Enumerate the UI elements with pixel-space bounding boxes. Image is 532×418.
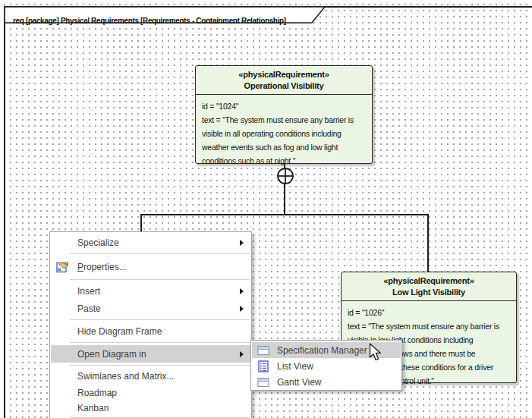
properties-icon: [56, 260, 69, 273]
menu-item-label: Kanban: [51, 403, 109, 413]
stereotype-label: «physicalRequirement»: [343, 275, 515, 287]
submenu-arrow-icon: [240, 351, 244, 357]
menu-separator: [70, 342, 250, 343]
requirement-body-line: id = "1026": [348, 306, 516, 319]
context-menu: Specialize Properties...InsertPasteHide …: [49, 231, 252, 418]
menu-item-swimlanes-and-matrix[interactable]: Swimlanes and Matrix...: [51, 368, 250, 385]
menu-item-label: Swimlanes and Matrix...: [51, 371, 174, 382]
menu-item-gantt-view[interactable]: Gantt View: [252, 374, 401, 390]
menu-item-label: Roadmap: [51, 388, 117, 398]
menu-item-specialize[interactable]: Specialize: [51, 234, 250, 251]
menu-separator: [70, 253, 250, 254]
requirement-name: Low Light Visibility: [343, 287, 515, 298]
window-icon: [257, 376, 270, 388]
submenu-arrow-icon: [240, 306, 244, 312]
containment-circle-icon: [275, 166, 295, 186]
diagram-frame-tab: req [package] Physical Requirements [Req…: [4, 6, 326, 24]
requirement-body-line: conditions such as at night.": [202, 154, 372, 168]
requirement-body-line: text = "The system must ensure any barri…: [348, 319, 516, 333]
requirement-header: «physicalRequirement» Operational Visibi…: [196, 66, 372, 95]
menu-separator: [70, 365, 250, 366]
requirement-name: Operational Visibility: [197, 80, 370, 92]
menu-item-roadmap[interactable]: Roadmap: [51, 385, 250, 401]
menu-item-properties[interactable]: Properties...: [51, 256, 250, 277]
menu-item-open-diagram-in[interactable]: Open Diagram in: [51, 345, 250, 363]
menu-item-list-view[interactable]: List View: [252, 358, 401, 374]
menu-item-kanban[interactable]: Kanban: [51, 401, 250, 415]
menu-separator: [70, 279, 250, 280]
menu-item-label: Open Diagram in: [51, 349, 146, 360]
containment-connector-right-branch: [427, 214, 429, 273]
menu-item-specification-manager[interactable]: Specification Manager: [252, 342, 401, 358]
requirement-body: id = "1024"text = "The system must ensur…: [196, 95, 372, 168]
containment-connector-horizontal: [140, 214, 429, 215]
window-icon: [257, 344, 270, 357]
requirement-body-line: text = "The system must ensure any barri…: [202, 113, 372, 127]
menu-item-label: Insert: [51, 286, 100, 297]
menu-item-label: Hide Diagram Frame: [51, 326, 162, 337]
open-diagram-in-submenu: Specification Manager List View Gantt Vi…: [250, 340, 402, 391]
diagram-canvas: req [package] Physical Requirements [Req…: [0, 0, 532, 418]
menu-item-label: Specialize: [51, 237, 119, 248]
requirement-body-line: weather events such as fog and low light: [202, 140, 372, 154]
requirement-body-line: visible in all operating conditions incl…: [202, 127, 372, 140]
requirement-header: «physicalRequirement» Low Light Visibili…: [342, 272, 516, 301]
frame-title: req [package] Physical Requirements [Req…: [13, 13, 316, 29]
requirement-box-operational-visibility[interactable]: «physicalRequirement» Operational Visibi…: [195, 65, 373, 164]
submenu-arrow-icon: [240, 240, 244, 246]
menu-item-label: Paste: [51, 303, 101, 314]
menu-item-insert[interactable]: Insert: [51, 282, 250, 300]
stereotype-label: «physicalRequirement»: [197, 69, 370, 80]
list-icon: [257, 360, 270, 372]
menu-separator: [70, 319, 250, 320]
submenu-arrow-icon: [240, 288, 244, 294]
requirement-body-line: id = "1024": [202, 99, 372, 113]
diagram-frame-left-border: [4, 6, 5, 418]
menu-item-paste[interactable]: Paste: [51, 300, 250, 317]
menu-item-hide-diagram-frame[interactable]: Hide Diagram Frame: [51, 322, 250, 340]
